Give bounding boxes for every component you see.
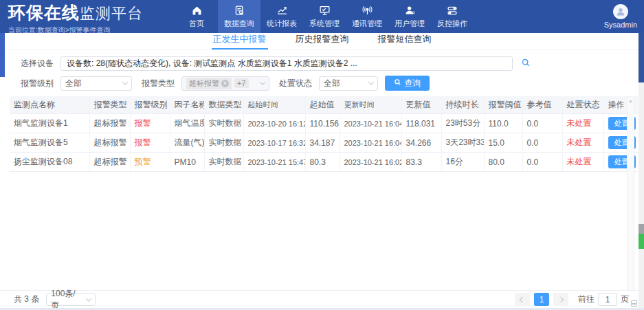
- cell-station-name: 扬尘监测设备08: [10, 153, 89, 172]
- nav-item-data-query[interactable]: 数据查询: [218, 0, 260, 33]
- cell-update-time: 2023-10-21 16:04:00: [340, 133, 401, 153]
- cell-station-name: 烟气监测设备5: [10, 133, 89, 153]
- data-query-icon: [234, 4, 245, 16]
- user-manage-icon: [404, 4, 416, 16]
- page-size-value: 100条/页: [51, 288, 82, 310]
- alarm-table-area: 监测点名称 报警类型 报警级别 因子名称 数据类型 起始时间 起始值 更新时间 …: [10, 96, 634, 304]
- col-header: 报警阈值: [484, 96, 522, 114]
- scrollbar-thumb[interactable]: [639, 33, 644, 82]
- cell-duration: 23时53分: [441, 114, 484, 133]
- col-header: 起始值: [305, 96, 340, 114]
- col-header: 监测点名称: [10, 96, 89, 114]
- cell-threshold: 80.0: [484, 153, 522, 172]
- col-header: 更新时间: [340, 96, 401, 114]
- nav-item-home[interactable]: 首页: [175, 0, 218, 33]
- search-icon: [521, 58, 531, 70]
- user-menu[interactable]: Sysadmin: [604, 0, 637, 33]
- prev-page-button[interactable]: [515, 293, 530, 306]
- app-title-bold: 环保在线: [8, 3, 80, 22]
- handle-status-label: 处置状态: [279, 78, 312, 89]
- cell-alarm-level: 预警: [130, 153, 170, 172]
- nav-item-label: 通讯管理: [352, 19, 382, 29]
- alarm-type-select[interactable]: 超标报警 × +7: [181, 76, 269, 91]
- chevron-down-icon: [122, 79, 128, 85]
- nav-item-user-manage[interactable]: 用户管理: [388, 0, 431, 33]
- alarm-type-tag: 超标报警 ×: [186, 78, 232, 89]
- cell-duration: 3天23时33分: [441, 133, 484, 153]
- chevron-right-icon: [558, 296, 564, 302]
- page-unit-label: 页: [621, 294, 629, 305]
- goto-page-input[interactable]: 1: [598, 293, 617, 306]
- page-size-select[interactable]: 100条/页: [46, 293, 96, 306]
- cell-start-time: 2023-10-17 16:32:00: [243, 133, 305, 153]
- cell-start-time: 2023-10-20 16:12:00: [243, 114, 305, 133]
- cell-update-time: 2023-10-21 16:04:00: [340, 114, 401, 133]
- tag-close-icon[interactable]: ×: [221, 80, 229, 87]
- chevron-down-icon: [86, 296, 91, 301]
- nav-item-comms-manage[interactable]: 通讯管理: [346, 0, 388, 33]
- cell-factor: 流量(气): [170, 133, 204, 153]
- app-title-light: 监测平台: [80, 5, 143, 22]
- cell-start-value: 80.3: [305, 153, 340, 172]
- alarm-type-more-count: +7: [234, 78, 249, 88]
- nav-item-label: 用户管理: [395, 19, 425, 29]
- comms-manage-icon: [362, 4, 373, 16]
- page-scrollbar[interactable]: [639, 33, 644, 310]
- query-button-label: 查询: [404, 78, 421, 89]
- left-edge-strip: [0, 33, 5, 77]
- col-header: 报警级别: [130, 96, 170, 114]
- cell-threshold: 15.0: [484, 133, 522, 153]
- cell-update-value: 118.031: [401, 114, 441, 133]
- home-icon: [191, 4, 203, 16]
- table-row[interactable]: 烟气监测设备5 超标报警 报警 流量(气) 实时数据 2023-10-17 16…: [10, 133, 638, 153]
- search-icon: [394, 78, 401, 88]
- device-select-input[interactable]: 设备数: 28(随状态动态变化), 设备: 测试监测点 水质监测设备1 水质监测…: [60, 56, 513, 71]
- stats-report-icon: [276, 4, 288, 16]
- alarm-level-value: 全部: [65, 78, 119, 89]
- col-header: 处置状态: [562, 96, 603, 114]
- col-header: 持续时长: [441, 96, 484, 114]
- tab-history-alarms[interactable]: 历史报警查询: [294, 31, 351, 49]
- device-filter-row: 选择设备 设备数: 28(随状态动态变化), 设备: 测试监测点 水质监测设备1…: [21, 56, 644, 71]
- cell-update-value: 83.3: [401, 153, 441, 172]
- cell-reference: 0.0: [522, 133, 562, 153]
- current-page-button[interactable]: 1: [534, 293, 549, 306]
- cell-threshold: 110.0: [484, 114, 522, 133]
- nav-item-system-manage[interactable]: 系统管理: [303, 0, 346, 33]
- tab-active-alarms[interactable]: 正发生中报警: [212, 31, 268, 49]
- chevron-left-icon: [520, 296, 525, 302]
- cell-update-time: 2023-10-21 16:02:00: [340, 153, 401, 172]
- table-footer: 共 3 条 100条/页 1 前往 1 页: [0, 290, 639, 308]
- cell-alarm-type: 超标报警: [89, 114, 130, 133]
- query-button[interactable]: 查询: [385, 76, 430, 91]
- app-window: 环保在线监测平台 当前位置:数据查询>报警事件查询 首页 数据查询: [0, 0, 644, 310]
- table-scrollbar[interactable]: ▲ ▼: [627, 96, 634, 304]
- handle-status-select[interactable]: 全部: [319, 76, 378, 91]
- breadcrumb: 当前位置:数据查询>报警事件查询: [8, 25, 168, 35]
- cell-update-value: 34.266: [401, 133, 441, 153]
- tab-alarm-sms[interactable]: 报警短信查询: [377, 31, 433, 49]
- total-count-label: 共 3 条: [14, 294, 39, 305]
- alarm-tabs: 正发生中报警 历史报警查询 报警短信查询: [0, 33, 644, 50]
- col-header: 参考值: [522, 96, 562, 114]
- next-page-button[interactable]: [553, 293, 568, 306]
- alarm-table-body: 烟气监测设备1 超标报警 报警 烟气温度 实时数据 2023-10-20 16:…: [10, 114, 638, 172]
- app-title: 环保在线监测平台: [8, 3, 168, 25]
- device-search-button[interactable]: [521, 58, 531, 70]
- alarm-level-select[interactable]: 全部: [60, 76, 132, 91]
- system-manage-icon: [319, 4, 331, 16]
- cell-alarm-level: 报警: [130, 114, 170, 133]
- cell-station-name: 烟气监测设备1: [10, 114, 89, 133]
- table-row[interactable]: 扬尘监测设备08 超标报警 预警 PM10 实时数据 2023-10-21 15…: [10, 153, 638, 172]
- table-header-row: 监测点名称 报警类型 报警级别 因子名称 数据类型 起始时间 起始值 更新时间 …: [10, 96, 638, 114]
- goto-label: 前往: [578, 294, 595, 305]
- nav-item-stats-report[interactable]: 统计报表: [260, 0, 303, 33]
- cell-alarm-level: 报警: [130, 133, 170, 153]
- handle-status-value: 全部: [324, 78, 365, 89]
- scroll-up-icon[interactable]: ▲: [628, 98, 633, 103]
- cell-handle-status: 未处置: [562, 114, 603, 133]
- table-row[interactable]: 烟气监测设备1 超标报警 报警 烟气温度 实时数据 2023-10-20 16:…: [10, 114, 638, 133]
- alarm-table: 监测点名称 报警类型 报警级别 因子名称 数据类型 起始时间 起始值 更新时间 …: [10, 96, 638, 172]
- nav-item-reverse-control[interactable]: 反控操作: [431, 0, 474, 33]
- resize-corner-icon: [631, 300, 637, 307]
